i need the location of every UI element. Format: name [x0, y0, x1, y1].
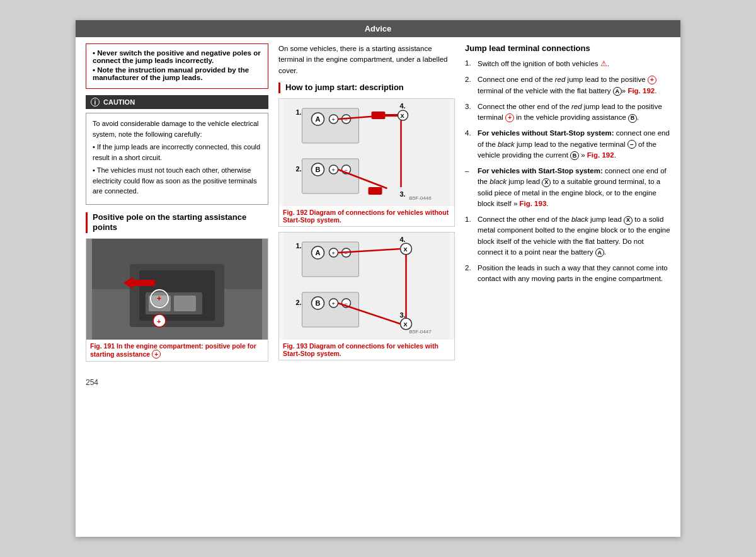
- advice-title: Advice: [365, 24, 392, 33]
- svg-text:−: −: [345, 117, 348, 123]
- ordered-list: Switch off the ignition of both vehicles…: [465, 58, 670, 161]
- svg-text:X: X: [404, 321, 408, 328]
- fig191-container: + + Fig. 191 In the engine compartment: …: [86, 238, 268, 362]
- step-1: Switch off the ignition of both vehicles…: [465, 58, 670, 69]
- caution-box: To avoid considerable damage to the vehi…: [86, 113, 268, 205]
- svg-text:3.: 3.: [400, 190, 406, 198]
- caution-label: CAUTION: [103, 98, 135, 106]
- caution-section: i CAUTION To avoid considerable damage t…: [86, 95, 268, 205]
- step6-text: Position the leads in such a way that th…: [478, 263, 670, 285]
- caution-header: i CAUTION: [86, 95, 268, 109]
- fig192-diagram: A + − X 1. 4.: [279, 99, 454, 206]
- step-3: Connect the other end of the red jump le…: [465, 101, 670, 123]
- svg-text:4.: 4.: [400, 102, 406, 110]
- fig193-container: A + − X 1. 4.: [278, 232, 455, 360]
- fig192-ref-2: Fig. 192: [627, 87, 655, 95]
- svg-rect-36: [369, 187, 382, 195]
- page-footer: 254: [76, 373, 680, 392]
- dash-black: black: [490, 178, 507, 185]
- svg-text:−: −: [345, 250, 348, 256]
- svg-text:B: B: [316, 166, 321, 173]
- middle-column: On some vehicles, there is a starting as…: [278, 43, 455, 367]
- svg-text:3.: 3.: [400, 311, 406, 319]
- svg-text:+: +: [157, 318, 161, 325]
- fig192-text: Diagram of connections for vehicles with…: [283, 209, 449, 224]
- circle-b-3: B: [628, 114, 637, 123]
- page: Advice • Never switch the positive and n…: [76, 20, 680, 537]
- svg-text:A: A: [316, 249, 321, 256]
- svg-text:1.: 1.: [296, 242, 302, 250]
- step-5: Connect the other end of the black jump …: [465, 214, 670, 258]
- fig191-label: Fig. 191: [90, 342, 115, 350]
- warning-line2: • Note the instruction manual provided b…: [93, 66, 261, 81]
- fig193-diagram: A + − X 1. 4.: [279, 233, 454, 340]
- step5-black: black: [571, 215, 588, 223]
- svg-text:2.: 2.: [296, 299, 302, 306]
- x-circle-dash: X: [542, 178, 551, 187]
- info-icon: i: [91, 98, 100, 106]
- caution-text1: To avoid considerable damage to the vehi…: [93, 118, 261, 139]
- fig193-ref-dash: Fig. 193: [519, 200, 546, 207]
- steps-list: Switch off the ignition of both vehicles…: [465, 58, 670, 285]
- fig192-ref-4: Fig. 192: [587, 151, 614, 159]
- circle-a-5: A: [595, 248, 604, 257]
- step2-red: red: [555, 76, 566, 83]
- svg-text:2.: 2.: [296, 165, 302, 173]
- plus-circle-3: +: [505, 113, 514, 122]
- svg-text:+: +: [332, 117, 335, 123]
- warning-box: • Never switch the positive and negative…: [86, 43, 268, 89]
- svg-text:B5F-0446: B5F-0446: [410, 195, 432, 201]
- step5-text: Connect the other end of the black jump …: [478, 214, 670, 258]
- fig192-caption: Fig. 192 Diagram of connections for vehi…: [279, 206, 454, 226]
- fig193-svg: A + − X 1. 4.: [279, 233, 454, 340]
- circle-b-4: B: [570, 151, 579, 160]
- fig192-svg: A + − X 1. 4.: [279, 99, 454, 206]
- jump-lead-title: Jump lead terminal connections: [465, 43, 670, 53]
- fig193-label: Fig. 193: [283, 342, 307, 350]
- fig191-caption: Fig. 191 In the engine compartment: posi…: [86, 340, 268, 361]
- dash-text: For vehicles with Start-Stop system: con…: [478, 166, 670, 209]
- circle-a-2: A: [613, 87, 622, 96]
- fig192-label: Fig. 192: [283, 209, 307, 216]
- svg-text:X: X: [401, 113, 404, 119]
- page-number: 254: [86, 378, 98, 387]
- svg-rect-43: [302, 242, 359, 277]
- svg-text:+: +: [332, 250, 335, 256]
- right-column: Jump lead terminal connections Switch of…: [465, 43, 670, 367]
- step3-text: Connect the other end of the red jump le…: [478, 101, 670, 123]
- dash-bold: For vehicles with Start-Stop system:: [478, 167, 603, 175]
- svg-text:+: +: [332, 301, 335, 307]
- advice-header: Advice: [76, 20, 680, 37]
- warning-triangle-1: ⚠: [600, 59, 607, 68]
- fig191-image: + +: [86, 239, 268, 340]
- step-2: Connect one end of the red jump lead to …: [465, 74, 670, 96]
- plus-icon-caption: +: [152, 350, 161, 359]
- dash-step: For vehicles with Start-Stop system: con…: [465, 166, 670, 209]
- step4-text: For vehicles without Start-Stop system: …: [478, 128, 670, 161]
- left-column: • Never switch the positive and negative…: [86, 43, 268, 367]
- positive-pole-title: Positive pole on the starting assistance…: [86, 212, 268, 234]
- ordered-list-2: Connect the other end of the black jump …: [465, 214, 670, 285]
- step1-text: Switch off the ignition of both vehicles…: [478, 58, 609, 69]
- fig192-container: A + − X 1. 4.: [278, 98, 455, 227]
- step-4: For vehicles without Start-Stop system: …: [465, 128, 670, 161]
- step-6: Position the leads in such a way that th…: [465, 263, 670, 285]
- svg-rect-29: [302, 159, 359, 193]
- svg-text:+: +: [332, 167, 335, 173]
- step3-red: red: [571, 103, 582, 110]
- svg-text:X: X: [404, 246, 408, 253]
- svg-text:4.: 4.: [400, 236, 406, 243]
- svg-text:B: B: [316, 299, 321, 307]
- main-content: • Never switch the positive and negative…: [76, 37, 680, 373]
- svg-text:A: A: [316, 115, 321, 123]
- step2-text: Connect one end of the red jump lead to …: [478, 74, 670, 96]
- svg-rect-15: [302, 108, 359, 143]
- svg-text:B5F-0447: B5F-0447: [410, 329, 432, 335]
- svg-text:+: +: [157, 294, 161, 303]
- step4-bold: For vehicles without Start-Stop system:: [478, 129, 614, 137]
- minus-circle-4: −: [627, 140, 636, 149]
- mid-top-text: On some vehicles, there is a starting as…: [278, 43, 455, 76]
- svg-rect-55: [302, 292, 359, 327]
- svg-text:1.: 1.: [296, 108, 302, 116]
- how-to-title: How to jump start: description: [278, 83, 455, 93]
